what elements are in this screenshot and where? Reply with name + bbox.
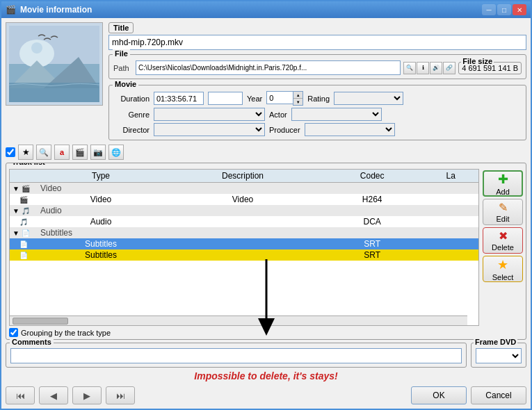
file-action-icons: 🔍 ℹ 🔊 🔗 — [403, 62, 456, 74]
file-section: File Path 🔍 ℹ 🔊 🔗 File size 4 691 591 — [108, 54, 526, 79]
movie-row-1: Duration Year ▲ ▼ Rating — [113, 91, 522, 106]
audio-lang — [423, 216, 478, 227]
edit-track-button[interactable]: ✎ Edit — [483, 199, 523, 225]
col-header-empty — [10, 170, 38, 183]
table-row[interactable]: 🎵 Audio DCA — [10, 216, 478, 227]
toolbar-photo-btn[interactable]: 📷 — [90, 145, 106, 160]
year-up-btn[interactable]: ▲ — [293, 92, 303, 98]
subtitle2-track-icon: 📄 — [19, 252, 28, 259]
toolbar-web-btn[interactable]: 🌐 — [108, 145, 124, 160]
tracklist-buttons: ✚ Add ✎ Edit ✖ Delete ★ Select — [479, 169, 523, 326]
table-row[interactable]: 📄 Subtitles SRT — [10, 249, 478, 261]
subtitle2-desc — [164, 249, 321, 261]
framedvd-legend: Frame DVD — [474, 338, 517, 346]
framedvd-section: Frame DVD — [471, 343, 526, 368]
cancel-button[interactable]: Cancel — [471, 386, 526, 404]
ok-button[interactable]: OK — [411, 386, 467, 404]
movie-fields: Duration Year ▲ ▼ Rating — [113, 91, 522, 136]
audio-type: Audio — [38, 216, 164, 227]
nav-next-button[interactable]: ▶ — [72, 386, 102, 404]
add-track-button[interactable]: ✚ Add — [483, 170, 523, 197]
select-label: Select — [492, 273, 514, 281]
genre-select[interactable] — [154, 108, 265, 121]
delete-track-button[interactable]: ✖ Delete — [483, 227, 523, 254]
select-track-button[interactable]: ★ Select — [483, 256, 523, 282]
right-info: Title File Path 🔍 ℹ 🔊 🔗 — [108, 22, 526, 140]
toolbar-checkbox[interactable] — [6, 147, 15, 157]
tracklist-legend: Track list — [10, 163, 47, 166]
window-title: Movie information — [20, 5, 92, 15]
year-label: Year — [247, 95, 262, 103]
year-input[interactable] — [266, 91, 293, 104]
nav-first-button[interactable]: ⏮ — [6, 386, 35, 404]
toolbar-star-btn[interactable]: ★ — [18, 145, 33, 160]
add-label: Add — [496, 188, 510, 196]
file-link-icon[interactable]: 🔗 — [443, 62, 456, 74]
rating-label: Rating — [307, 95, 330, 103]
year-spin-btns: ▲ ▼ — [293, 91, 303, 106]
director-select[interactable] — [154, 123, 265, 136]
delete-icon: ✖ — [499, 229, 508, 243]
subtitle2-type: Subtitles — [38, 249, 164, 261]
year-down-btn[interactable]: ▼ — [293, 98, 303, 105]
comments-section: Comments — [6, 343, 467, 368]
expand-icon-subtitles[interactable]: ▼ — [13, 229, 19, 237]
table-row: ▼ 🎬 Video — [10, 183, 478, 195]
framedvd-select[interactable] — [476, 348, 522, 363]
movie-information-window: 🎬 Movie information ─ □ ✕ — [0, 0, 532, 410]
file-info-icon[interactable]: ℹ — [417, 62, 429, 74]
table-row[interactable]: 🎬 Video Video H264 — [10, 194, 478, 205]
expand-icon-video[interactable]: ▼ — [13, 185, 19, 192]
minimize-button[interactable]: ─ — [482, 4, 496, 15]
window-icon: 🎬 — [6, 5, 16, 15]
filesize-legend: File size — [461, 57, 494, 65]
year-spinner: ▲ ▼ — [266, 91, 303, 106]
duration-input[interactable] — [154, 92, 204, 105]
expand-icon-audio[interactable]: ▼ — [13, 207, 19, 215]
comments-input[interactable] — [10, 348, 462, 363]
toolbar-amazon-btn[interactable]: a — [54, 145, 70, 160]
maximize-button[interactable]: □ — [497, 4, 511, 15]
table-row: ▼ 🎵 Audio — [10, 205, 478, 216]
close-button[interactable]: ✕ — [513, 4, 526, 15]
video-track-icon: 🎬 — [19, 196, 28, 204]
grouping-row: Grouping by the track type — [9, 328, 523, 337]
grouping-checkbox[interactable] — [9, 328, 18, 337]
duration-extra[interactable] — [208, 92, 243, 105]
path-input[interactable] — [136, 60, 401, 75]
actor-select[interactable] — [291, 108, 382, 121]
titlebar-controls: ─ □ ✕ — [482, 4, 526, 15]
bottom-section: Comments Frame DVD — [6, 343, 526, 368]
subtitle1-track-icon: 📄 — [19, 240, 28, 248]
nav-last-button[interactable]: ⏭ — [106, 386, 135, 404]
col-header-codec: Codec — [321, 170, 423, 183]
subtitle1-lang — [423, 238, 478, 249]
edit-icon: ✎ — [499, 201, 508, 214]
file-search-icon[interactable]: 🔍 — [403, 62, 416, 74]
table-row[interactable]: 📄 Subtitles SRT — [10, 238, 478, 249]
toolbar-film-btn[interactable]: 🎬 — [72, 145, 88, 160]
title-input[interactable] — [108, 35, 526, 50]
main-content: Title File Path 🔍 ℹ 🔊 🔗 — [1, 18, 531, 409]
genre-label: Genre — [113, 110, 150, 119]
comments-legend: Comments — [10, 338, 54, 346]
producer-label: Producer — [269, 126, 300, 134]
tracklist-hscrollbar[interactable] — [10, 315, 467, 325]
filesize-unit: B — [513, 64, 518, 72]
nav-prev-button[interactable]: ◀ — [39, 386, 68, 404]
movie-row-2: Genre Actor — [113, 108, 522, 121]
file-sound-icon[interactable]: 🔊 — [430, 62, 442, 74]
movie-thumbnail — [6, 22, 103, 106]
add-icon: ✚ — [498, 172, 508, 187]
audio-group-label: Audio — [38, 205, 478, 216]
audio-group-icon: 🎵 — [22, 207, 30, 215]
tracklist-table-container: Type Description Codec La ▼ — [9, 169, 479, 326]
col-header-description: Description — [164, 170, 321, 183]
video-group-icon: 🎬 — [22, 185, 30, 192]
table-row: ▼ 📄 Subtitles — [10, 227, 478, 238]
toolbar-search-btn[interactable]: 🔍 — [36, 145, 51, 160]
grouping-label: Grouping by the track type — [21, 329, 111, 337]
rating-select[interactable] — [334, 92, 403, 105]
duration-label: Duration — [113, 95, 150, 103]
producer-select[interactable] — [305, 123, 395, 136]
